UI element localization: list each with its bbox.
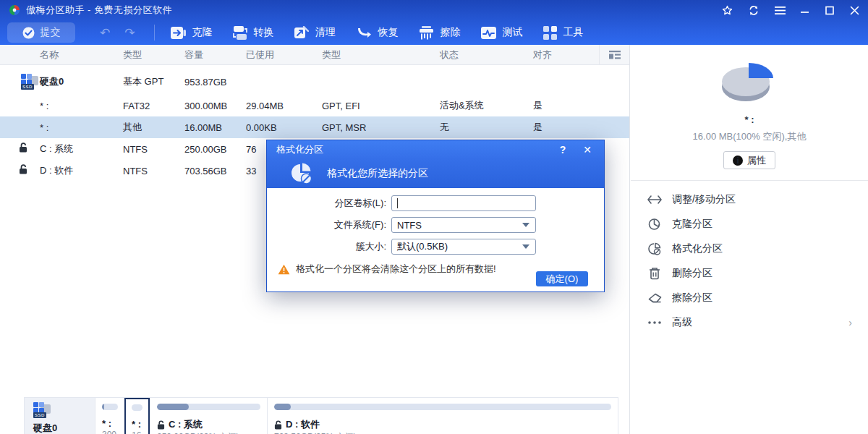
header-aligned[interactable]: 对齐 [533, 48, 552, 61]
row-status: 活动&系统 [440, 99, 484, 112]
partition-size: 703.56GB(95% 空闲) [274, 431, 611, 434]
row-name: C : 系统 [40, 142, 73, 156]
partition-name: C : 系统 [169, 418, 203, 431]
menu-item-label: 调整/移动分区 [672, 193, 736, 206]
bitlocker-lock-icon [19, 164, 27, 177]
properties-button[interactable]: i 属性 [723, 151, 775, 169]
dialog-close-icon[interactable]: ✕ [583, 144, 592, 156]
disk-map-partition-c[interactable]: C : 系统 250.00GB(69% 空闲) Bitlocker加密,系统,主 [150, 398, 267, 434]
toolbar-recover-button[interactable]: 恢复 [356, 26, 399, 39]
eraser-icon [647, 293, 662, 304]
header-name[interactable]: 名称 [40, 48, 59, 61]
partition-actions-menu: 调整/移动分区 克隆分区 [631, 181, 868, 335]
row-type: NTFS [123, 144, 148, 155]
update-refresh-icon[interactable] [748, 5, 760, 16]
toolbar-wipe-button[interactable]: 擦除 [419, 26, 461, 40]
toolbar-separator [154, 25, 155, 41]
menu-wipe-partition[interactable]: 擦除分区 [631, 286, 868, 310]
menu-item-label: 高级 [672, 316, 692, 329]
properties-label: 属性 [747, 154, 766, 167]
row-name: * : [40, 101, 48, 111]
header-capacity[interactable]: 容量 [184, 48, 203, 61]
window-title: 傲梅分区助手 - 免费无损分区软件 [26, 4, 172, 17]
undo-button[interactable]: ↶ [100, 27, 110, 39]
disk-map-disk0[interactable]: SSD 硬盘0 953.87GB 基本 GPT [25, 398, 95, 434]
table-row-efi[interactable]: * : FAT32 300.00MB 29.04MB GPT, EFI 活动&系… [0, 95, 629, 116]
format-pie-icon [289, 161, 315, 187]
list-view-icon[interactable] [599, 45, 630, 65]
resize-arrows-icon [647, 195, 662, 204]
row-used: 33 [246, 166, 256, 176]
ok-button[interactable]: 确定(O) [536, 271, 588, 286]
partition-name: * : [132, 419, 142, 430]
header-fs-type[interactable]: 类型 [322, 48, 341, 61]
ellipsis-icon [647, 321, 662, 324]
menu-delete-partition[interactable]: 删除分区 [631, 261, 868, 286]
row-capacity: 250.00GB [184, 144, 227, 155]
table-row-disk0[interactable]: SSD 硬盘0 基本 GPT 953.87GB [0, 69, 629, 95]
menu-item-label: 擦除分区 [672, 292, 712, 305]
table-row-msr-selected[interactable]: * : 其他 16.00MB 0.00KB GPT, MSR 无 是 [0, 116, 629, 138]
header-status[interactable]: 状态 [440, 48, 459, 61]
clean-icon [294, 26, 309, 40]
header-type[interactable]: 类型 [123, 48, 142, 61]
file-system-select[interactable]: NTFS [391, 217, 536, 233]
row-capacity: 16.00MB [184, 122, 222, 133]
header-used[interactable]: 已使用 [246, 48, 274, 61]
text-caret [397, 198, 398, 208]
chevron-right-icon: › [848, 317, 852, 328]
chevron-down-icon [522, 223, 529, 227]
disk-map-partition-msr-selected[interactable]: * : 16.... 其... [124, 398, 150, 434]
submit-button[interactable]: 提交 [7, 22, 75, 43]
disk-map-partition-efi[interactable]: * : 300... FA... [95, 398, 124, 434]
selected-partition-detail: 16.00 MB(100% 空闲),其他 [631, 130, 868, 143]
usage-bar [157, 404, 260, 410]
toolbar-clean-button[interactable]: 清理 [294, 26, 336, 40]
menu-format-partition[interactable]: 格式化分区 [631, 237, 868, 261]
toolbar-clone-button[interactable]: 克隆 [171, 26, 213, 40]
ssd-disk-icon: SSD [21, 74, 38, 90]
main-toolbar: 提交 ↶ ↷ 克隆 [0, 20, 868, 45]
minimize-icon[interactable] [801, 6, 810, 15]
file-system-value: NTFS [397, 220, 422, 231]
toolbar-wipe-label: 擦除 [441, 26, 461, 39]
warning-triangle-icon [278, 264, 290, 275]
row-fs: GPT, EFI [322, 101, 360, 111]
favorite-star-icon[interactable] [722, 5, 733, 16]
partition-size: 16.... [132, 430, 142, 434]
toolbar-convert-button[interactable]: 转换 [233, 26, 274, 40]
row-type: NTFS [123, 166, 148, 176]
menu-clone-partition[interactable]: 克隆分区 [631, 212, 868, 237]
menu-resize-move-partition[interactable]: 调整/移动分区 [631, 187, 868, 212]
toolbar-test-button[interactable]: 测试 [481, 26, 523, 39]
row-disk-capacity: 953.87GB [184, 77, 227, 88]
app-logo-icon [9, 4, 20, 16]
info-icon: i [733, 156, 743, 166]
row-aligned: 是 [533, 99, 542, 112]
cluster-size-label: 簇大小: [267, 240, 391, 253]
close-icon[interactable] [850, 6, 859, 15]
partition-pie-chart [710, 61, 789, 107]
file-system-label: 文件系统(F): [267, 218, 391, 231]
menu-item-label: 删除分区 [672, 267, 712, 280]
disk-map-partition-d[interactable]: D : 软件 703.56GB(95% 空闲) Bitlocker加密,主 [267, 398, 618, 434]
volume-label-input[interactable] [391, 195, 536, 211]
menu-advanced[interactable]: 高级 › [631, 310, 868, 335]
detail-side-panel: * : 16.00 MB(100% 空闲),其他 i 属性 调整/移动分区 [631, 45, 868, 434]
toolbar-tools-button[interactable]: 工具 [543, 26, 584, 40]
cluster-size-value: 默认(0.5KB) [397, 240, 448, 253]
row-used: 76 [246, 144, 256, 155]
tools-grid-icon [543, 26, 557, 40]
bitlocker-lock-icon [157, 420, 165, 430]
maximize-icon[interactable] [825, 6, 835, 15]
dialog-help-icon[interactable]: ? [560, 144, 566, 156]
menu-item-label: 格式化分区 [672, 242, 723, 255]
bitlocker-lock-icon [274, 420, 282, 430]
toolbar-clean-label: 清理 [315, 26, 336, 39]
cluster-size-select[interactable]: 默认(0.5KB) [391, 239, 536, 255]
redo-button[interactable]: ↷ [124, 27, 135, 39]
dialog-body: 分区卷标(L): 文件系统(F): NTFS 簇大小: 默认(0.5KB) [267, 188, 604, 293]
dialog-subtitle: 格式化您所选择的分区 [327, 167, 428, 180]
menu-hamburger-icon[interactable] [775, 6, 786, 15]
toolbar-test-label: 测试 [503, 26, 523, 39]
